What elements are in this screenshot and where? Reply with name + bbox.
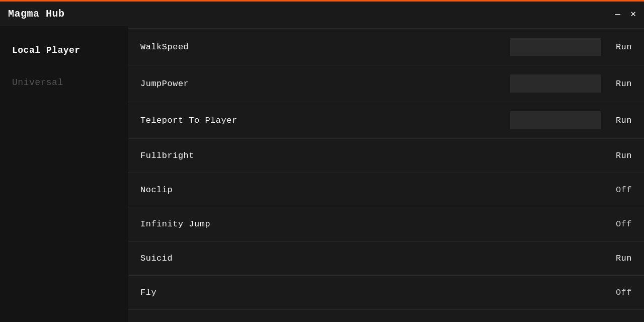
feature-right-fly: Off	[607, 288, 632, 297]
feature-name-noclip: Noclip	[140, 185, 173, 195]
feature-status-walkspeed[interactable]: Run	[607, 42, 632, 52]
feature-status-jumppower[interactable]: Run	[607, 79, 632, 89]
feature-row-noclip: NoclipOff	[128, 173, 644, 207]
feature-row-suicid: SuicidRun	[128, 242, 644, 276]
app-window: Magma Hub — ✕ Local PlayerUniversal Walk…	[0, 0, 644, 322]
feature-right-fullbright: Run	[607, 151, 632, 160]
feature-right-walkspeed: Run	[510, 38, 632, 56]
feature-name-suicid: Suicid	[140, 254, 173, 263]
feature-right-suicid: Run	[607, 254, 632, 263]
feature-right-infinity-jump: Off	[607, 219, 632, 229]
feature-row-teleport-to-player: Teleport To PlayerRun	[128, 102, 644, 139]
feature-name-teleport-to-player: Teleport To Player	[140, 116, 237, 125]
feature-name-fullbright: Fullbright	[140, 151, 194, 160]
sidebar-item-universal[interactable]: Universal	[0, 66, 128, 99]
feature-right-jumppower: Run	[510, 74, 632, 93]
feature-row-walkspeed: WalkSpeedRun	[128, 28, 644, 65]
feature-input-jumppower[interactable]	[510, 74, 601, 93]
close-button[interactable]: ✕	[630, 10, 636, 19]
feature-status-noclip[interactable]: Off	[607, 185, 632, 195]
sidebar: Local PlayerUniversal	[0, 26, 128, 322]
title-bar: Magma Hub — ✕	[0, 0, 644, 26]
feature-row-jumppower: JumpPowerRun	[128, 65, 644, 102]
feature-status-suicid[interactable]: Run	[607, 254, 632, 263]
feature-status-teleport-to-player[interactable]: Run	[607, 116, 632, 125]
minimize-button[interactable]: —	[615, 10, 620, 19]
sidebar-item-local-player[interactable]: Local Player	[0, 34, 128, 66]
app-title: Magma Hub	[8, 8, 65, 20]
feature-status-infinity-jump[interactable]: Off	[607, 219, 632, 229]
feature-status-fly[interactable]: Off	[607, 288, 632, 297]
feature-row-fullbright: FullbrightRun	[128, 139, 644, 173]
title-bar-controls: — ✕	[615, 10, 636, 19]
feature-name-fly: Fly	[140, 288, 156, 297]
feature-name-infinity-jump: Infinity Jump	[140, 219, 210, 229]
feature-name-walkspeed: WalkSpeed	[140, 42, 189, 52]
feature-input-teleport-to-player[interactable]	[510, 111, 601, 129]
content-area: WalkSpeedRunJumpPowerRunTeleport To Play…	[128, 26, 644, 322]
feature-input-walkspeed[interactable]	[510, 38, 601, 56]
feature-right-noclip: Off	[607, 185, 632, 195]
feature-row-fly: FlyOff	[128, 276, 644, 310]
feature-status-fullbright[interactable]: Run	[607, 151, 632, 160]
feature-name-jumppower: JumpPower	[140, 79, 189, 89]
main-layout: Local PlayerUniversal WalkSpeedRunJumpPo…	[0, 26, 644, 322]
feature-right-teleport-to-player: Run	[510, 111, 632, 129]
feature-row-infinity-jump: Infinity JumpOff	[128, 207, 644, 242]
